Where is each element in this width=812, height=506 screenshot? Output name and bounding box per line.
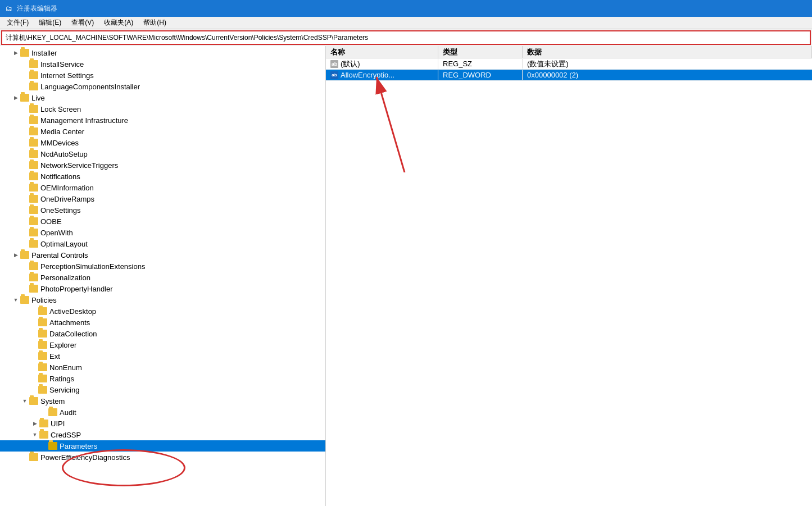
tree-item-attachments[interactable]: ▶ Attachments (0, 317, 325, 328)
detail-row-default[interactable]: ab (默认) REG_SZ (数值未设置) (326, 58, 812, 70)
folder-icon-installer (20, 49, 29, 57)
tree-item-datacollection[interactable]: ▶ DataCollection (0, 328, 325, 339)
tree-item-oem[interactable]: ▶ OEMInformation (0, 182, 325, 193)
menu-favorites[interactable]: 收藏夹(A) (99, 17, 138, 29)
folder-icon-pwr (29, 453, 38, 461)
tree-item-notifications[interactable]: ▶ Notifications (0, 171, 325, 182)
folder-icon-ne (38, 363, 47, 371)
col-data[interactable]: 数据 (523, 46, 812, 58)
expander-live[interactable]: ▶ (11, 93, 20, 102)
tree-label-uipi: UIPI (51, 420, 65, 428)
tree-item-nonenum[interactable]: ▶ NonEnum (0, 362, 325, 373)
folder-icon-installservice (29, 60, 38, 68)
tree-item-servicing[interactable]: ▶ Servicing (0, 384, 325, 395)
reg-icon-default: ab (330, 60, 338, 68)
tree-item-lockscreen[interactable]: ▶ Lock Screen (0, 103, 325, 115)
tree-label-oem: OEMInformation (40, 184, 94, 192)
app-icon: 🗂 (4, 4, 13, 13)
folder-icon-oobe (29, 217, 38, 225)
tree-item-openwith[interactable]: ▶ OpenWith (0, 227, 325, 238)
tree-label-parental: Parental Controls (31, 251, 88, 259)
folder-icon-rat (38, 375, 47, 382)
folder-icon-ncd (29, 150, 38, 158)
tree-item-live[interactable]: ▶ Live (0, 92, 325, 103)
tree-item-onedrive[interactable]: ▶ OneDriveRamps (0, 193, 325, 204)
tree-label-ow: OpenWith (40, 229, 73, 237)
tree-item-perception[interactable]: ▶ PerceptionSimulationExtensions (0, 261, 325, 272)
tree-label-perc: PerceptionSimulationExtensions (40, 262, 145, 271)
cell-data-allowenc: 0x00000002 (2) (523, 70, 812, 80)
tree-item-mediacenter[interactable]: ▶ Media Center (0, 126, 325, 137)
tree-label-nst: NetworkServiceTriggers (40, 161, 118, 170)
menu-file[interactable]: 文件(F) (2, 17, 33, 29)
tree-item-oobe[interactable]: ▶ OOBE (0, 216, 325, 227)
tree-item-explorer[interactable]: ▶ Explorer (0, 339, 325, 350)
tree-item-parental[interactable]: ▶ Parental Controls (0, 249, 325, 261)
tree-label-media: Media Center (40, 127, 84, 136)
tree-item-ratings[interactable]: ▶ Ratings (0, 373, 325, 384)
tree-item-languagecomponents[interactable]: ▶ LanguageComponentsInstaller (0, 81, 325, 92)
folder-icon-dc (38, 330, 47, 338)
tree-item-nst[interactable]: ▶ NetworkServiceTriggers (0, 159, 325, 171)
tree-label-photo: PhotoPropertyHandler (40, 285, 113, 293)
value-name-default: (默认) (341, 59, 360, 69)
tree-item-installservice[interactable]: ▶ InstallService (0, 58, 325, 70)
detail-row-allowenc[interactable]: ab AllowEncryptio... REG_DWORD 0x0000000… (326, 70, 812, 81)
cell-name-default: ab (默认) (326, 58, 438, 70)
tree-label-os: OneSettings (40, 206, 81, 215)
menu-edit[interactable]: 编辑(E) (34, 17, 66, 29)
folder-icon-od (29, 195, 38, 203)
tree-label-ad: ActiveDesktop (49, 307, 96, 316)
folder-icon-internet (29, 71, 38, 79)
folder-icon-ad (38, 307, 47, 315)
tree-item-optimal[interactable]: ▶ OptimalLayout (0, 238, 325, 249)
expander-uipi[interactable]: ▶ (30, 419, 39, 428)
folder-icon-media (29, 127, 38, 135)
expander-parental[interactable]: ▶ (11, 250, 20, 259)
menu-view[interactable]: 查看(V) (67, 17, 98, 29)
col-type[interactable]: 类型 (438, 46, 523, 58)
detail-pane: 名称 类型 数据 ab (默认) REG_SZ (数值未设置) ab Allow… (326, 46, 812, 506)
folder-icon-ext (38, 352, 47, 360)
tree-item-activedesktop[interactable]: ▶ ActiveDesktop (0, 306, 325, 317)
tree-item-ext[interactable]: ▶ Ext (0, 350, 325, 362)
tree-item-system[interactable]: ▼ System (0, 395, 325, 407)
address-bar[interactable]: 计算机\HKEY_LOCAL_MACHINE\SOFTWARE\Microsof… (1, 30, 811, 45)
folder-icon-uipi (39, 420, 48, 427)
tree-label-notif: Notifications (40, 172, 80, 181)
tree-item-personalization[interactable]: ▶ Personalization (0, 272, 325, 283)
tree-item-policies[interactable]: ▼ Policies (0, 294, 325, 306)
tree-item-credssp[interactable]: ▼ CredSSP (0, 429, 325, 440)
tree-label-live: Live (31, 94, 45, 102)
expander-policies[interactable]: ▼ (11, 295, 20, 304)
tree-item-mmdevices[interactable]: ▶ MMDevices (0, 137, 325, 148)
tree-item-powereff[interactable]: ▶ PowerEfficiencyDiagnostics (0, 452, 325, 463)
expander-installer[interactable]: ▶ (11, 48, 20, 57)
value-name-allowenc: AllowEncryptio... (341, 71, 394, 79)
folder-icon-oem (29, 184, 38, 192)
tree-label-rat: Ratings (49, 375, 74, 383)
expander-sys[interactable]: ▼ (20, 396, 29, 405)
tree-label-att: Attachments (49, 318, 90, 327)
main-content: ▶ Installer ▶ InstallService ▶ Internet … (0, 46, 812, 506)
tree-item-installer[interactable]: ▶ Installer (0, 47, 325, 58)
tree-item-internet-settings[interactable]: ▶ Internet Settings (0, 70, 325, 81)
tree-item-onesettings[interactable]: ▶ OneSettings (0, 204, 325, 216)
cell-data-default: (数值未设置) (523, 58, 812, 70)
tree-item-parameters[interactable]: ▶ Parameters (0, 440, 325, 452)
expander-credssp[interactable]: ▼ (30, 430, 39, 439)
tree-label-exp: Explorer (49, 341, 76, 349)
svg-line-1 (376, 77, 405, 172)
folder-icon-notif (29, 172, 38, 180)
col-name[interactable]: 名称 (326, 46, 438, 58)
folder-icon-parental (20, 251, 29, 259)
folder-icon-perc (29, 262, 38, 270)
tree-item-mgmt[interactable]: ▶ Management Infrastructure (0, 115, 325, 126)
tree-item-photoprop[interactable]: ▶ PhotoPropertyHandler (0, 283, 325, 294)
tree-item-audit[interactable]: ▶ Audit (0, 407, 325, 418)
tree-label-pers: Personalization (40, 273, 90, 282)
address-path: 计算机\HKEY_LOCAL_MACHINE\SOFTWARE\Microsof… (6, 33, 368, 43)
menu-help[interactable]: 帮助(H) (139, 17, 171, 29)
tree-item-uipi[interactable]: ▶ UIPI (0, 418, 325, 429)
tree-item-ncd[interactable]: ▶ NcdAutoSetup (0, 148, 325, 159)
